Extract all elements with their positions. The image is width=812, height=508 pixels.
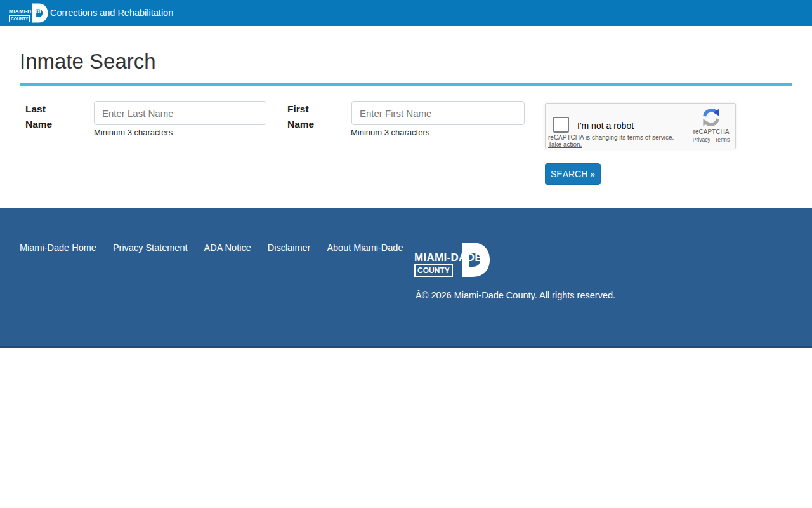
- logo-county-text: COUNTY: [9, 15, 30, 22]
- recaptcha-notice: reCAPTCHA is changing its terms of servi…: [548, 134, 674, 141]
- recaptcha-legal-separator: -: [710, 137, 715, 143]
- footer: Miami-Dade Home Privacy Statement ADA No…: [0, 208, 812, 348]
- recaptcha-widget: I'm not a robot reCAPTCHA is changing it…: [545, 103, 736, 149]
- recaptcha-label: I'm not a robot: [577, 121, 634, 131]
- recaptcha-terms-link[interactable]: Terms: [715, 137, 730, 143]
- page: MIAMI-DADE COUNTY Corrections and Rehabi…: [0, 0, 812, 508]
- recaptcha-take-action-link[interactable]: Take action.: [548, 141, 582, 148]
- last-name-input[interactable]: [94, 101, 266, 125]
- footer-link-miami-dade-home[interactable]: Miami-Dade Home: [20, 243, 96, 253]
- page-title: Inmate Search: [20, 50, 156, 74]
- first-name-label: First Name: [287, 102, 327, 132]
- first-name-hint: Mininum 3 characters: [351, 128, 429, 137]
- miami-dade-logo[interactable]: MIAMI-DADE COUNTY: [9, 3, 48, 23]
- title-divider: [20, 83, 792, 86]
- first-name-input[interactable]: [351, 101, 525, 125]
- last-name-label: Last Name: [25, 102, 65, 132]
- copyright-text: Â© 2026 Miami-Dade County. All rights re…: [416, 290, 615, 300]
- footer-link-disclaimer[interactable]: Disclaimer: [268, 243, 311, 253]
- last-name-hint: Mininum 3 characters: [94, 128, 173, 137]
- recaptcha-brand-box: reCAPTCHA Privacy - Terms: [691, 108, 731, 143]
- footer-link-ada-notice[interactable]: ADA Notice: [204, 243, 251, 253]
- recaptcha-legal: Privacy - Terms: [691, 137, 731, 143]
- header-bar: MIAMI-DADE COUNTY Corrections and Rehabi…: [0, 0, 812, 26]
- footer-link-privacy-statement[interactable]: Privacy Statement: [113, 243, 188, 253]
- recaptcha-privacy-link[interactable]: Privacy: [693, 137, 710, 143]
- footer-links: Miami-Dade Home Privacy Statement ADA No…: [20, 243, 403, 253]
- recaptcha-brand: reCAPTCHA: [691, 128, 731, 135]
- footer-logo-text: MIAMI-DADE: [414, 251, 482, 264]
- recaptcha-checkbox[interactable]: [553, 117, 569, 133]
- footer-logo-county-text: COUNTY: [414, 264, 453, 277]
- app-title: Corrections and Rehabilitation: [50, 8, 173, 18]
- miami-dade-footer-logo: MIAMI-DADE COUNTY: [414, 243, 490, 277]
- search-button[interactable]: SEARCH »: [545, 163, 601, 185]
- recaptcha-icon: [702, 108, 721, 127]
- footer-link-about-miami-dade[interactable]: About Miami-Dade: [327, 243, 403, 253]
- logo-text: MIAMI-DADE: [9, 8, 43, 15]
